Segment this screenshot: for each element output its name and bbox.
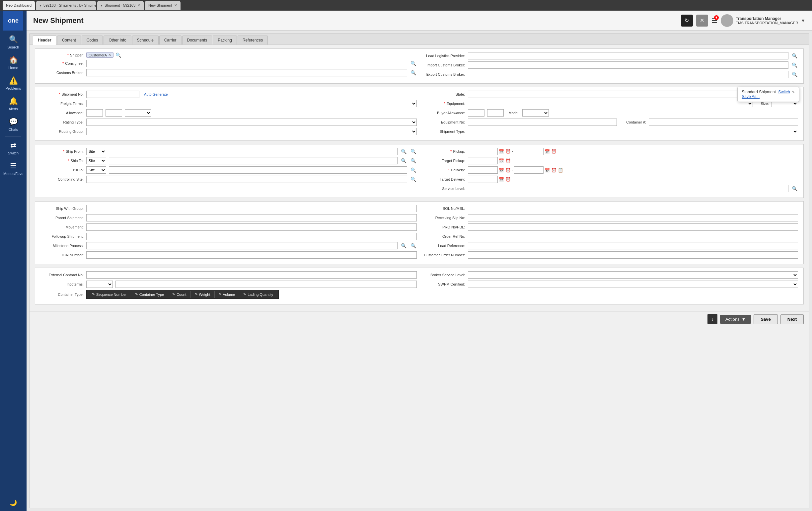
freight-terms-select[interactable] bbox=[86, 100, 417, 107]
customer-order-input[interactable] bbox=[468, 251, 799, 259]
menu-button[interactable]: ☰ ✱ bbox=[712, 17, 718, 25]
model-select[interactable] bbox=[522, 109, 549, 116]
controlling-site-search-button[interactable]: 🔍 bbox=[410, 177, 417, 182]
tab-content[interactable]: Content bbox=[57, 35, 81, 45]
export-customs-search-button[interactable]: 🔍 bbox=[791, 72, 798, 77]
sidebar-item-alerts[interactable]: 🔔 Alerts bbox=[0, 93, 27, 114]
shipper-chip-remove[interactable]: ✕ bbox=[108, 53, 111, 57]
bill-to-input[interactable] bbox=[109, 166, 407, 174]
allowance-select[interactable] bbox=[125, 109, 151, 116]
delivery-date2-input[interactable] bbox=[514, 166, 544, 174]
ship-with-input[interactable] bbox=[86, 205, 417, 212]
ship-to-search-button[interactable]: 🔍 bbox=[400, 158, 407, 163]
target-delivery-calendar-icon[interactable]: 📅 bbox=[498, 177, 504, 182]
next-button[interactable]: Next bbox=[781, 315, 804, 324]
broker-service-select[interactable] bbox=[468, 271, 799, 278]
bill-to-site-select[interactable]: Site bbox=[86, 166, 106, 174]
pickup-date2-input[interactable] bbox=[514, 148, 544, 155]
target-delivery-input[interactable] bbox=[468, 176, 498, 183]
service-level-search-button[interactable]: 🔍 bbox=[791, 186, 798, 191]
save-as-link[interactable]: Save As... bbox=[742, 94, 760, 99]
ship-to-input[interactable] bbox=[109, 157, 398, 164]
delivery-calendar2-icon[interactable]: 📅 bbox=[544, 168, 550, 173]
sidebar-item-home[interactable]: 🏠 Home bbox=[0, 52, 27, 73]
container-weight-col[interactable]: ✎ Weight bbox=[191, 291, 215, 298]
parent-shipment-input[interactable] bbox=[86, 214, 417, 221]
container-volume-col[interactable]: ✎ Volume bbox=[215, 291, 239, 298]
sidebar-item-profile[interactable]: 🌙 bbox=[0, 496, 27, 511]
sidebar-logo[interactable]: one bbox=[3, 10, 23, 31]
target-delivery-time-icon[interactable]: ⏰ bbox=[505, 177, 511, 182]
shipper-search-button[interactable]: 🔍 bbox=[115, 52, 122, 58]
pickup-time-icon[interactable]: ⏰ bbox=[505, 149, 511, 154]
incoterms-select[interactable] bbox=[86, 280, 113, 288]
browser-tab-new-shipment[interactable]: New Shipment ✕ bbox=[145, 1, 180, 10]
browser-tab-shipment[interactable]: ● Shipment - 592163 ✕ bbox=[97, 1, 144, 10]
container-count-col[interactable]: ✎ Count bbox=[168, 291, 191, 298]
ship-to-search2-button[interactable]: 🔍 bbox=[410, 158, 417, 163]
browser-tab-592163[interactable]: ● 592163 - Shipments : by Shipme... ✕ bbox=[36, 1, 96, 10]
container-type-col[interactable]: ✎ Container Type bbox=[131, 291, 168, 298]
allowance-input1[interactable] bbox=[86, 109, 103, 116]
bill-to-search-button[interactable]: 🔍 bbox=[410, 167, 417, 173]
save-button[interactable]: Save bbox=[754, 315, 778, 324]
refresh-button[interactable]: ↻ bbox=[681, 15, 693, 27]
customs-broker-search-button[interactable]: 🔍 bbox=[410, 70, 417, 75]
tab-close-icon[interactable]: ✕ bbox=[174, 3, 177, 8]
pickup-date-input[interactable] bbox=[468, 148, 498, 155]
swpm-select[interactable] bbox=[468, 280, 799, 288]
delivery-date-input[interactable] bbox=[468, 166, 498, 174]
target-pickup-time-icon[interactable]: ⏰ bbox=[505, 158, 511, 163]
ship-from-input[interactable] bbox=[109, 148, 398, 155]
ship-from-search-button[interactable]: 🔍 bbox=[400, 149, 407, 154]
allowance-input2[interactable] bbox=[106, 109, 122, 116]
tab-close-icon[interactable]: ✕ bbox=[137, 3, 140, 8]
tab-other-info[interactable]: Other Info bbox=[104, 35, 131, 45]
switch-link[interactable]: Switch bbox=[778, 90, 790, 94]
tab-carrier[interactable]: Carrier bbox=[159, 35, 181, 45]
buyer-allowance-input1[interactable] bbox=[468, 109, 485, 116]
ship-from-search2-button[interactable]: 🔍 bbox=[410, 149, 417, 154]
incoterms-text-input[interactable] bbox=[115, 280, 417, 288]
target-pickup-input[interactable] bbox=[468, 157, 498, 164]
tab-references[interactable]: References bbox=[238, 35, 268, 45]
buyer-allowance-input2[interactable] bbox=[487, 109, 504, 116]
order-ref-input[interactable] bbox=[468, 233, 799, 240]
consignee-search-button[interactable]: 🔍 bbox=[410, 61, 417, 66]
pickup-calendar-icon[interactable]: 📅 bbox=[498, 149, 504, 154]
container-lading-col[interactable]: ✎ Lading Quantity bbox=[239, 291, 277, 298]
import-customs-search-button[interactable]: 🔍 bbox=[791, 62, 798, 68]
container-hash-input[interactable] bbox=[649, 118, 798, 126]
delivery-calendar-icon[interactable]: 📅 bbox=[498, 168, 504, 173]
routing-group-select[interactable] bbox=[86, 128, 417, 135]
export-customs-input[interactable] bbox=[468, 71, 789, 78]
ship-from-site-select[interactable]: Site bbox=[86, 148, 106, 155]
bol-input[interactable] bbox=[468, 205, 799, 212]
pro-input[interactable] bbox=[468, 223, 799, 231]
consignee-input[interactable] bbox=[86, 60, 407, 67]
milestone-input[interactable] bbox=[86, 242, 398, 249]
sidebar-item-switch[interactable]: ⇄ Switch bbox=[0, 138, 27, 158]
lead-logistics-input[interactable] bbox=[468, 52, 789, 59]
export-button[interactable]: ↓ bbox=[707, 314, 718, 324]
external-contract-input[interactable] bbox=[86, 271, 417, 278]
import-customs-input[interactable] bbox=[468, 61, 789, 69]
load-ref-input[interactable] bbox=[468, 242, 799, 249]
receiving-input[interactable] bbox=[468, 214, 799, 221]
tab-documents[interactable]: Documents bbox=[182, 35, 212, 45]
tab-header[interactable]: Header bbox=[33, 35, 56, 45]
rating-type-select[interactable] bbox=[86, 118, 417, 126]
delivery-time-icon[interactable]: ⏰ bbox=[505, 168, 511, 173]
delivery-time2-icon[interactable]: ⏰ bbox=[551, 168, 557, 173]
target-pickup-calendar-icon[interactable]: 📅 bbox=[498, 158, 504, 163]
pickup-time2-icon[interactable]: ⏰ bbox=[551, 149, 557, 154]
followup-input[interactable] bbox=[86, 233, 417, 240]
milestone-search2-button[interactable]: 🔍 bbox=[410, 243, 417, 248]
ship-to-site-select[interactable]: Site bbox=[86, 157, 106, 164]
pickup-calendar2-icon[interactable]: 📅 bbox=[544, 149, 550, 154]
delivery-extra-icon[interactable]: 📋 bbox=[557, 168, 563, 173]
tab-packing[interactable]: Packing bbox=[213, 35, 237, 45]
shipment-type-select[interactable] bbox=[468, 128, 799, 135]
equipment-select[interactable] bbox=[468, 100, 753, 107]
tcn-input[interactable] bbox=[86, 251, 417, 259]
